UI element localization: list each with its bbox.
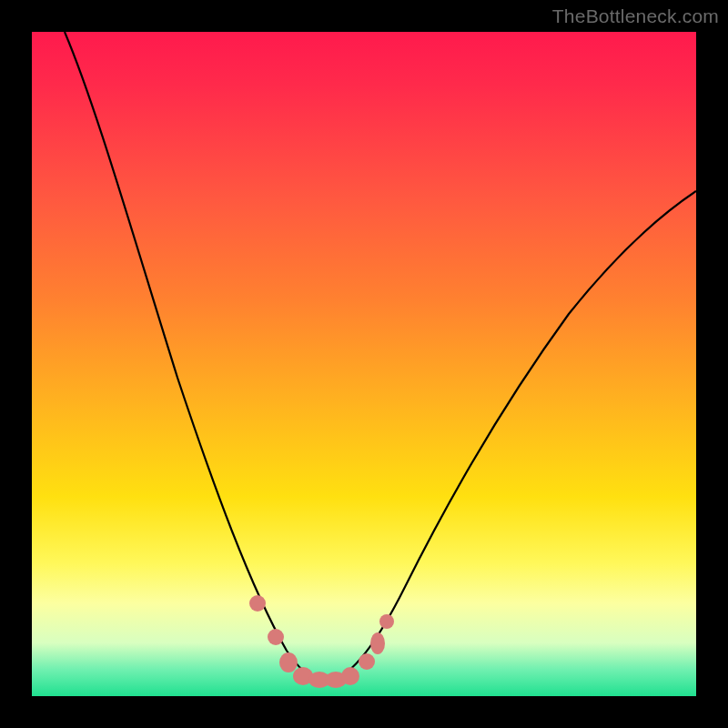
marker-dot	[370, 632, 385, 654]
chart-svg	[32, 32, 696, 696]
marker-dot	[359, 653, 375, 670]
marker-dot	[279, 652, 298, 672]
outer-frame: TheBottleneck.com	[0, 0, 728, 728]
watermark-text: TheBottleneck.com	[552, 5, 719, 27]
marker-dot	[341, 667, 359, 685]
bottleneck-curve	[65, 32, 696, 681]
marker-dot	[268, 629, 284, 645]
marker-group	[249, 595, 394, 688]
plot-area	[32, 32, 696, 696]
marker-dot	[249, 595, 266, 612]
marker-dot	[379, 614, 394, 629]
